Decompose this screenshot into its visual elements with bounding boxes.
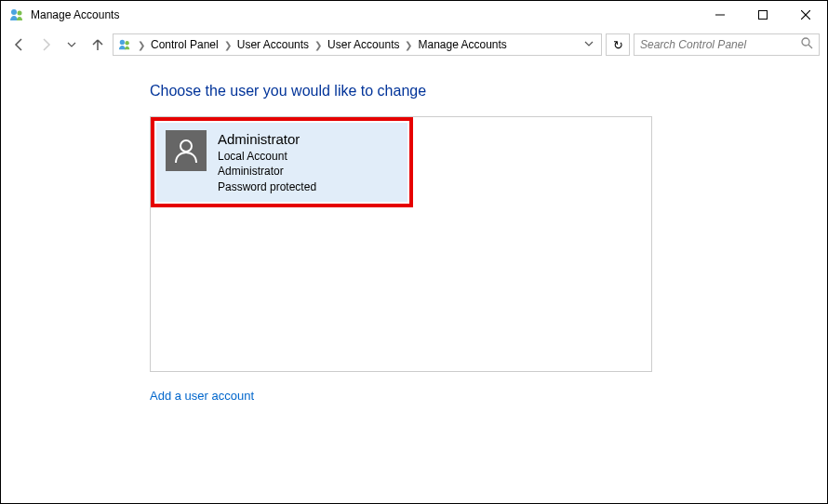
minimize-button[interactable] [699,1,741,29]
svg-point-7 [125,41,128,45]
breadcrumb-item[interactable]: Control Panel [151,38,219,51]
chevron-right-icon[interactable]: ❯ [403,40,414,50]
chevron-right-icon[interactable]: ❯ [222,40,234,50]
window-controls [699,1,827,29]
add-user-link[interactable]: Add a user account [150,389,254,403]
breadcrumb-item[interactable]: Manage Accounts [418,38,506,51]
recent-locations-button[interactable] [60,33,83,56]
navigation-bar: ❯ Control Panel ❯ User Accounts ❯ User A… [1,29,827,60]
svg-rect-3 [759,11,768,20]
svg-point-1 [18,11,22,16]
address-bar[interactable]: ❯ Control Panel ❯ User Accounts ❯ User A… [113,33,602,56]
chevron-right-icon[interactable]: ❯ [313,40,324,50]
svg-line-9 [808,45,812,48]
svg-point-6 [120,40,125,45]
svg-point-10 [180,140,192,152]
forward-button[interactable] [34,33,57,56]
back-button[interactable] [8,33,31,56]
svg-point-0 [11,9,17,15]
account-protection: Password protected [218,179,316,194]
account-role: Administrator [218,164,316,179]
breadcrumb-item[interactable]: User Accounts [327,38,399,51]
account-type: Local Account [218,149,316,164]
breadcrumb-item[interactable]: User Accounts [237,38,309,51]
content-area: Choose the user you would like to change… [1,60,827,403]
page-heading: Choose the user you would like to change [150,83,827,99]
account-card-administrator[interactable]: Administrator Local Account Administrato… [156,123,407,202]
address-dropdown-button[interactable] [581,38,597,51]
user-accounts-icon [117,37,132,52]
search-input[interactable]: Search Control Panel [634,33,820,56]
title-bar: Manage Accounts [1,1,827,29]
refresh-button[interactable]: ↻ [606,33,630,56]
maximize-button[interactable] [741,1,784,29]
search-placeholder: Search Control Panel [640,38,746,51]
accounts-list: Administrator Local Account Administrato… [150,116,652,372]
avatar [166,130,207,171]
up-button[interactable] [87,33,109,56]
close-button[interactable] [784,1,827,29]
search-icon [801,37,813,52]
svg-point-8 [802,38,809,46]
account-details: Administrator Local Account Administrato… [218,130,316,194]
account-name: Administrator [218,130,316,149]
user-accounts-icon [8,7,25,23]
window-title: Manage Accounts [31,8,119,21]
chevron-right-icon[interactable]: ❯ [136,40,147,50]
